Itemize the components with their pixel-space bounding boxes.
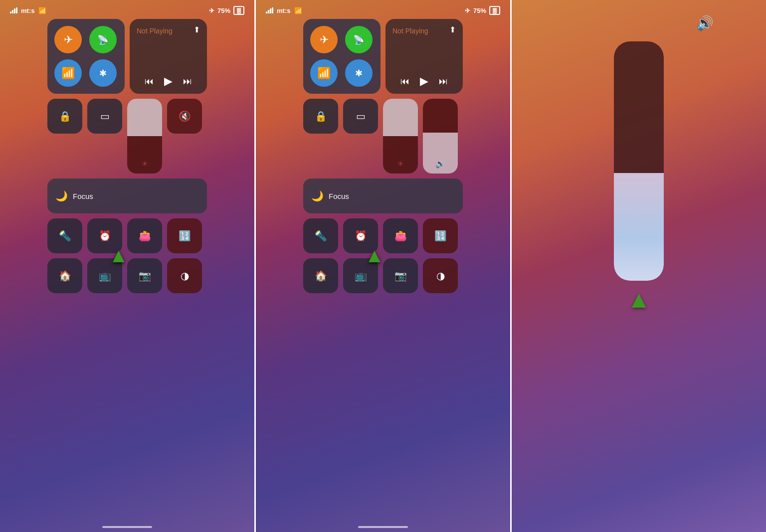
status-right-1: ✈ 75% ▓: [209, 6, 244, 15]
slider-light-portion: [614, 173, 664, 281]
orientation-btn-2[interactable]: 🔒: [303, 99, 338, 134]
orientation-btn-1[interactable]: 🔒: [47, 99, 82, 134]
prev-btn-1[interactable]: ⏮: [145, 76, 154, 87]
bluetooth-btn-1[interactable]: ✱: [89, 59, 117, 87]
battery-percent-2: 75%: [473, 7, 486, 14]
battery-icon-2: ▓: [489, 6, 500, 15]
media-tile-1: Not Playing ⬆ ⏮ ▶ ⏭: [130, 19, 207, 94]
wallet-btn-1[interactable]: 👛: [127, 218, 162, 253]
camera-btn-2[interactable]: 📷: [383, 258, 418, 293]
media-controls-1: ⏮ ▶ ⏭: [137, 75, 200, 88]
flashlight-btn-2[interactable]: 🔦: [303, 218, 338, 253]
media-top-1: Not Playing ⬆: [137, 25, 200, 35]
focus-label-1: Focus: [73, 192, 93, 200]
home-btn-2[interactable]: 🏠: [303, 258, 338, 293]
carrier-1: mt:s: [21, 7, 34, 14]
status-left-2: mt:s 📶: [266, 7, 302, 14]
status-bar-2: mt:s 📶 ✈ 75% ▓: [256, 0, 510, 19]
mute-btn-1[interactable]: 🔇: [167, 99, 202, 134]
mirror-btn-2[interactable]: ▭: [343, 99, 378, 134]
arrow-2: ▲: [365, 244, 384, 267]
airplay-icon-2[interactable]: ⬆: [449, 25, 456, 34]
panel-2: mt:s 📶 ✈ 75% ▓ ✈ 📡 📶 ✱ Not Playing ⬆: [256, 0, 510, 532]
next-btn-2[interactable]: ⏭: [439, 76, 448, 87]
home-indicator-2: [358, 526, 408, 528]
arrow-3-container: ▲: [627, 286, 651, 313]
brightness-icon-2: ☀: [397, 159, 404, 169]
focus-label-2: Focus: [329, 192, 349, 200]
home-btn-1[interactable]: 🏠: [47, 258, 82, 293]
large-volume-container: 🔊 ▲: [512, 0, 766, 313]
signal-icon-2: [266, 7, 273, 13]
media-top-2: Not Playing ⬆: [392, 25, 456, 35]
now-playing-label-2: Not Playing: [392, 27, 428, 35]
airplay-icon-1[interactable]: ⬆: [193, 25, 200, 34]
bluetooth-btn-2[interactable]: ✱: [345, 59, 373, 87]
calc-btn-1[interactable]: 🔢: [167, 218, 202, 253]
camera-btn-1[interactable]: 📷: [127, 258, 162, 293]
up-arrow-icon-1: ▲: [109, 244, 129, 266]
calc-btn-2[interactable]: 🔢: [423, 218, 458, 253]
top-row-1: ✈ 📡 📶 ✱ Not Playing ⬆ ⏮ ▶ ⏭: [47, 19, 207, 94]
brightness-icon-1: ☀: [141, 159, 148, 169]
carrier-2: mt:s: [277, 7, 290, 14]
accessibility-btn-2[interactable]: ◑: [423, 258, 458, 293]
network-tile-1: ✈ 📡 📶 ✱: [47, 19, 125, 94]
focus-btn-1[interactable]: 🌙 Focus: [47, 178, 207, 213]
cellular-btn-2[interactable]: 📡: [345, 26, 373, 53]
volume-icon-2: 🔊: [435, 159, 445, 169]
battery-icon-1: ▓: [233, 6, 244, 15]
now-playing-label-1: Not Playing: [137, 27, 173, 35]
wifi-icon-1: 📶: [38, 7, 46, 14]
network-tile-2: ✈ 📡 📶 ✱: [303, 19, 381, 94]
panel-1: mt:s 📶 ✈ 75% ▓ ✈ 📡 📶 ✱ Not Playing ⬆: [0, 0, 254, 532]
airplane-btn-1[interactable]: ✈: [54, 26, 82, 53]
top-row-2: ✈ 📡 📶 ✱ Not Playing ⬆ ⏮ ▶ ⏭: [303, 19, 463, 94]
airplane-btn-2[interactable]: ✈: [310, 26, 338, 53]
status-left-1: mt:s 📶: [10, 7, 46, 14]
large-volume-slider[interactable]: [614, 41, 664, 281]
wallet-btn-2[interactable]: 👛: [383, 218, 418, 253]
next-btn-1[interactable]: ⏭: [183, 76, 192, 87]
signal-icon-1: [10, 7, 17, 13]
wifi-btn-2[interactable]: 📶: [310, 59, 338, 87]
row2-1: 🔒 ▭ ☀ 🔇: [47, 99, 207, 174]
mirror-btn-1[interactable]: ▭: [87, 99, 122, 134]
row2-2: 🔒 ▭ ☀ 🔊: [303, 99, 463, 174]
brightness-slider-2[interactable]: ☀: [383, 99, 418, 174]
prev-btn-2[interactable]: ⏮: [400, 76, 409, 87]
wifi-icon-2: 📶: [294, 7, 302, 14]
divider-2: [510, 0, 512, 532]
up-arrow-icon-3: ▲: [627, 286, 651, 313]
row3-1: 🌙 Focus: [47, 178, 207, 213]
media-controls-2: ⏮ ▶ ⏭: [392, 75, 456, 88]
divider-1: [254, 0, 256, 532]
status-right-2: ✈ 75% ▓: [465, 6, 500, 15]
volume-speaker-icon: 🔊: [696, 15, 714, 31]
panel-3: 🔊 ▲: [512, 0, 766, 532]
location-icon-2: ✈: [465, 7, 470, 14]
volume-icon-container: 🔊: [564, 15, 714, 31]
volume-slider-2[interactable]: 🔊: [423, 99, 458, 174]
focus-btn-2[interactable]: 🌙 Focus: [303, 178, 463, 213]
home-indicator-1: [102, 526, 152, 528]
row3-2: 🌙 Focus: [303, 178, 463, 213]
up-arrow-icon-2: ▲: [365, 244, 384, 266]
wifi-btn-1[interactable]: 📶: [54, 59, 82, 87]
accessibility-btn-1[interactable]: ◑: [167, 258, 202, 293]
media-tile-2: Not Playing ⬆ ⏮ ▶ ⏭: [385, 19, 463, 94]
flashlight-btn-1[interactable]: 🔦: [47, 218, 82, 253]
location-icon-1: ✈: [209, 7, 214, 14]
moon-icon-2: 🌙: [311, 190, 324, 202]
moon-icon-1: 🌙: [55, 190, 68, 202]
brightness-slider-1[interactable]: ☀: [127, 99, 162, 174]
arrow-1: ▲: [109, 244, 129, 267]
status-bar-1: mt:s 📶 ✈ 75% ▓: [0, 0, 254, 19]
slider-dark-portion: [614, 41, 664, 173]
play-btn-2[interactable]: ▶: [420, 75, 428, 88]
battery-percent-1: 75%: [217, 7, 230, 14]
play-btn-1[interactable]: ▶: [164, 75, 173, 88]
cellular-btn-1[interactable]: 📡: [89, 26, 117, 53]
